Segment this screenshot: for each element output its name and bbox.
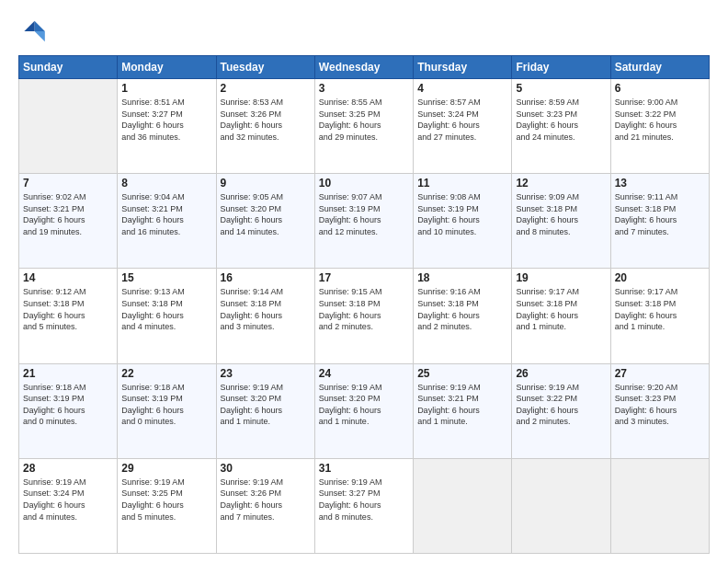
calendar-cell: 29Sunrise: 9:19 AM Sunset: 3:25 PM Dayli…: [118, 458, 216, 553]
day-info: Sunrise: 9:20 AM Sunset: 3:23 PM Dayligh…: [615, 382, 705, 428]
calendar-cell: 25Sunrise: 9:19 AM Sunset: 3:21 PM Dayli…: [414, 363, 512, 458]
day-info: Sunrise: 9:19 AM Sunset: 3:27 PM Dayligh…: [319, 477, 409, 523]
calendar-cell: [19, 79, 118, 174]
day-number: 1: [121, 82, 211, 95]
day-info: Sunrise: 9:09 AM Sunset: 3:18 PM Dayligh…: [516, 191, 606, 237]
day-info: Sunrise: 8:51 AM Sunset: 3:27 PM Dayligh…: [121, 97, 211, 143]
calendar-week-3: 14Sunrise: 9:12 AM Sunset: 3:18 PM Dayli…: [19, 269, 710, 363]
calendar-cell: 9Sunrise: 9:05 AM Sunset: 3:20 PM Daylig…: [216, 174, 314, 269]
calendar-cell: 13Sunrise: 9:11 AM Sunset: 3:18 PM Dayli…: [610, 174, 709, 269]
calendar-cell: 22Sunrise: 9:18 AM Sunset: 3:19 PM Dayli…: [118, 363, 216, 458]
day-number: 4: [417, 82, 507, 95]
day-number: 26: [516, 367, 606, 380]
day-info: Sunrise: 9:14 AM Sunset: 3:18 PM Dayligh…: [221, 286, 311, 332]
day-number: 2: [221, 82, 311, 95]
calendar-cell: 1Sunrise: 8:51 AM Sunset: 3:27 PM Daylig…: [118, 79, 216, 174]
calendar-cell: [414, 458, 512, 553]
svg-marker-0: [35, 21, 45, 31]
calendar-cell: 26Sunrise: 9:19 AM Sunset: 3:22 PM Dayli…: [512, 363, 610, 458]
calendar-cell: 20Sunrise: 9:17 AM Sunset: 3:18 PM Dayli…: [610, 269, 709, 363]
calendar-cell: [512, 458, 610, 553]
calendar-cell: 28Sunrise: 9:19 AM Sunset: 3:24 PM Dayli…: [19, 458, 118, 553]
calendar-cell: 10Sunrise: 9:07 AM Sunset: 3:19 PM Dayli…: [314, 174, 413, 269]
day-number: 6: [615, 82, 705, 95]
day-number: 5: [516, 82, 606, 95]
day-number: 13: [615, 177, 705, 190]
weekday-header-row: SundayMondayTuesdayWednesdayThursdayFrid…: [19, 56, 710, 79]
day-info: Sunrise: 9:17 AM Sunset: 3:18 PM Dayligh…: [615, 286, 705, 332]
day-number: 23: [221, 367, 311, 380]
day-info: Sunrise: 9:04 AM Sunset: 3:21 PM Dayligh…: [121, 191, 211, 237]
calendar-cell: 30Sunrise: 9:19 AM Sunset: 3:26 PM Dayli…: [216, 458, 314, 553]
day-number: 15: [121, 271, 211, 284]
logo-icon: [18, 17, 48, 46]
day-info: Sunrise: 9:19 AM Sunset: 3:20 PM Dayligh…: [319, 382, 409, 428]
day-number: 9: [221, 177, 311, 190]
day-info: Sunrise: 9:18 AM Sunset: 3:19 PM Dayligh…: [23, 382, 113, 428]
day-number: 18: [417, 271, 507, 284]
calendar-cell: 6Sunrise: 9:00 AM Sunset: 3:22 PM Daylig…: [610, 79, 709, 174]
calendar-cell: 12Sunrise: 9:09 AM Sunset: 3:18 PM Dayli…: [512, 174, 610, 269]
day-info: Sunrise: 9:19 AM Sunset: 3:26 PM Dayligh…: [221, 477, 311, 523]
day-info: Sunrise: 9:07 AM Sunset: 3:19 PM Dayligh…: [319, 191, 409, 237]
calendar-cell: 24Sunrise: 9:19 AM Sunset: 3:20 PM Dayli…: [314, 363, 413, 458]
day-number: 7: [23, 177, 113, 190]
day-info: Sunrise: 9:19 AM Sunset: 3:20 PM Dayligh…: [221, 382, 311, 428]
day-number: 30: [221, 462, 311, 475]
day-info: Sunrise: 9:19 AM Sunset: 3:25 PM Dayligh…: [121, 477, 211, 523]
day-info: Sunrise: 9:08 AM Sunset: 3:19 PM Dayligh…: [417, 191, 507, 237]
day-info: Sunrise: 9:12 AM Sunset: 3:18 PM Dayligh…: [23, 286, 113, 332]
weekday-header-sunday: Sunday: [19, 56, 118, 79]
day-info: Sunrise: 9:15 AM Sunset: 3:18 PM Dayligh…: [319, 286, 409, 332]
day-number: 29: [121, 462, 211, 475]
day-number: 10: [319, 177, 409, 190]
day-info: Sunrise: 9:11 AM Sunset: 3:18 PM Dayligh…: [615, 191, 705, 237]
calendar-cell: 16Sunrise: 9:14 AM Sunset: 3:18 PM Dayli…: [216, 269, 314, 363]
day-info: Sunrise: 9:19 AM Sunset: 3:22 PM Dayligh…: [516, 382, 606, 428]
day-info: Sunrise: 8:55 AM Sunset: 3:25 PM Dayligh…: [319, 97, 409, 143]
day-info: Sunrise: 9:05 AM Sunset: 3:20 PM Dayligh…: [221, 191, 311, 237]
svg-marker-1: [35, 31, 45, 41]
day-info: Sunrise: 8:59 AM Sunset: 3:23 PM Dayligh…: [516, 97, 606, 143]
calendar-week-4: 21Sunrise: 9:18 AM Sunset: 3:19 PM Dayli…: [19, 363, 710, 458]
day-number: 17: [319, 271, 409, 284]
calendar-header: SundayMondayTuesdayWednesdayThursdayFrid…: [19, 56, 710, 79]
calendar-cell: 8Sunrise: 9:04 AM Sunset: 3:21 PM Daylig…: [118, 174, 216, 269]
day-info: Sunrise: 9:16 AM Sunset: 3:18 PM Dayligh…: [417, 286, 507, 332]
weekday-header-monday: Monday: [118, 56, 216, 79]
logo: [18, 17, 51, 46]
day-number: 24: [319, 367, 409, 380]
calendar-cell: [610, 458, 709, 553]
day-number: 3: [319, 82, 409, 95]
day-info: Sunrise: 8:57 AM Sunset: 3:24 PM Dayligh…: [417, 97, 507, 143]
day-info: Sunrise: 9:18 AM Sunset: 3:19 PM Dayligh…: [121, 382, 211, 428]
weekday-header-friday: Friday: [512, 56, 610, 79]
day-number: 27: [615, 367, 705, 380]
calendar-cell: 17Sunrise: 9:15 AM Sunset: 3:18 PM Dayli…: [314, 269, 413, 363]
calendar-body: 1Sunrise: 8:51 AM Sunset: 3:27 PM Daylig…: [19, 79, 710, 554]
calendar-cell: 4Sunrise: 8:57 AM Sunset: 3:24 PM Daylig…: [414, 79, 512, 174]
day-number: 28: [23, 462, 113, 475]
calendar-cell: 19Sunrise: 9:17 AM Sunset: 3:18 PM Dayli…: [512, 269, 610, 363]
day-number: 11: [417, 177, 507, 190]
calendar-cell: 27Sunrise: 9:20 AM Sunset: 3:23 PM Dayli…: [610, 363, 709, 458]
weekday-header-wednesday: Wednesday: [314, 56, 413, 79]
calendar-week-5: 28Sunrise: 9:19 AM Sunset: 3:24 PM Dayli…: [19, 458, 710, 553]
header: [18, 17, 710, 46]
weekday-header-saturday: Saturday: [610, 56, 709, 79]
calendar-table: SundayMondayTuesdayWednesdayThursdayFrid…: [18, 55, 710, 554]
calendar-cell: 3Sunrise: 8:55 AM Sunset: 3:25 PM Daylig…: [314, 79, 413, 174]
calendar-cell: 21Sunrise: 9:18 AM Sunset: 3:19 PM Dayli…: [19, 363, 118, 458]
calendar-cell: 18Sunrise: 9:16 AM Sunset: 3:18 PM Dayli…: [414, 269, 512, 363]
weekday-header-thursday: Thursday: [414, 56, 512, 79]
svg-marker-2: [24, 21, 34, 31]
day-info: Sunrise: 9:17 AM Sunset: 3:18 PM Dayligh…: [516, 286, 606, 332]
page: SundayMondayTuesdayWednesdayThursdayFrid…: [0, 0, 728, 563]
day-number: 31: [319, 462, 409, 475]
day-number: 16: [221, 271, 311, 284]
day-number: 25: [417, 367, 507, 380]
weekday-header-tuesday: Tuesday: [216, 56, 314, 79]
day-number: 14: [23, 271, 113, 284]
day-info: Sunrise: 8:53 AM Sunset: 3:26 PM Dayligh…: [221, 97, 311, 143]
calendar-cell: 15Sunrise: 9:13 AM Sunset: 3:18 PM Dayli…: [118, 269, 216, 363]
